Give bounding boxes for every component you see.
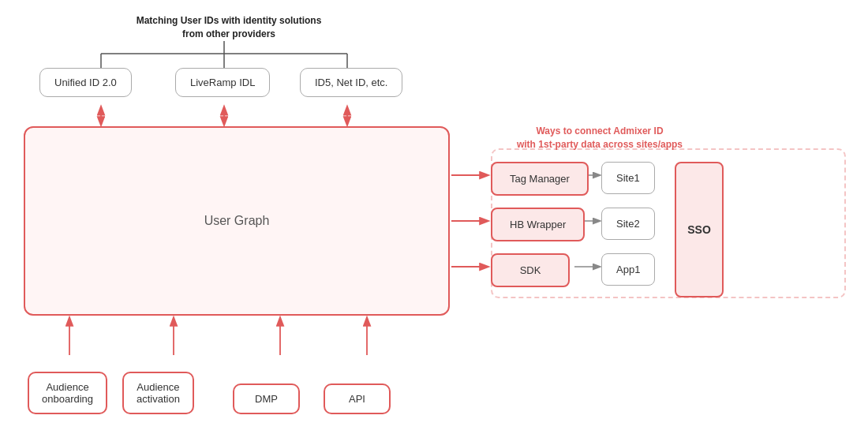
- tag-manager-box: Tag Manager: [491, 162, 589, 196]
- provider-label: Matching User IDs with identity solution…: [134, 14, 324, 41]
- dmp-box: DMP: [233, 383, 300, 414]
- site2-box: Site2: [601, 208, 655, 240]
- provider-id5: ID5, Net ID, etc.: [300, 68, 402, 97]
- user-graph-box: User Graph: [24, 126, 450, 316]
- provider-liveramp: LiveRamp IDL: [175, 68, 270, 97]
- right-section-label: Ways to connect Admixer IDwith 1st-party…: [513, 125, 687, 152]
- hb-wrapper-box: HB Wrapper: [491, 208, 585, 241]
- diagram: Matching User IDs with identity solution…: [0, 0, 868, 434]
- provider-uid2: Unified ID 2.0: [39, 68, 132, 97]
- api-box: API: [324, 383, 391, 414]
- sdk-box: SDK: [491, 253, 570, 287]
- audience-onboarding-box: Audienceonboarding: [28, 372, 107, 414]
- sso-box: SSO: [675, 162, 724, 297]
- app1-box: App1: [601, 253, 655, 286]
- site1-box: Site1: [601, 162, 655, 194]
- audience-activation-box: Audienceactivation: [122, 372, 194, 414]
- user-graph-label: User Graph: [204, 214, 270, 228]
